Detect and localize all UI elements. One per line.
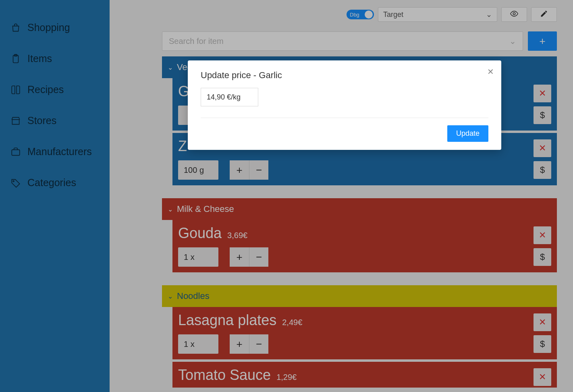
modal-overlay[interactable]: ✕ Update price - Garlic Update (0, 0, 573, 392)
divider (201, 118, 488, 118)
close-icon: ✕ (487, 67, 494, 76)
update-price-modal: ✕ Update price - Garlic Update (188, 60, 501, 150)
modal-close-button[interactable]: ✕ (487, 67, 494, 77)
update-button[interactable]: Update (447, 125, 488, 142)
price-input[interactable] (201, 88, 258, 106)
modal-title: Update price - Garlic (201, 70, 488, 81)
